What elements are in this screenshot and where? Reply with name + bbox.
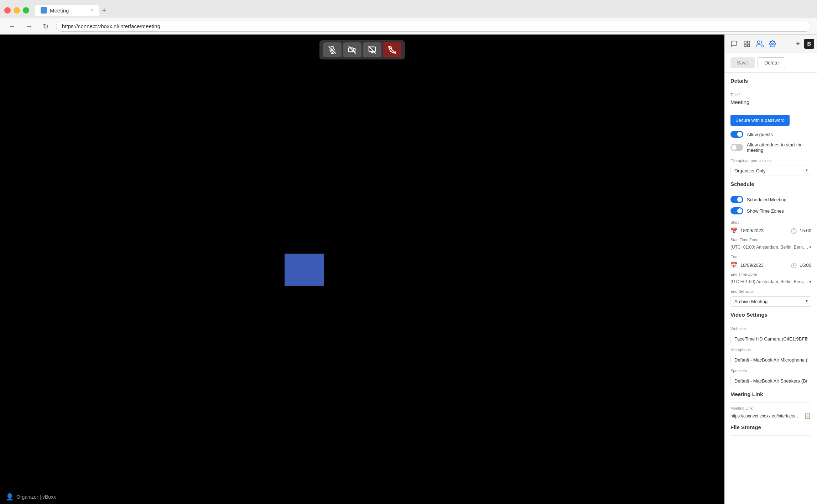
right-panel: ✦ B Save Delete Details Title * Secure w… (724, 35, 817, 504)
close-window-btn[interactable] (4, 7, 11, 14)
end-behavior-select[interactable]: Archive Meeting (730, 296, 811, 307)
secure-password-btn[interactable]: Secure with a password (730, 115, 790, 126)
end-clock-icon[interactable]: 🕐 (791, 263, 797, 268)
window-controls (4, 7, 29, 14)
allow-attendees-knob (732, 145, 737, 150)
webcam-select[interactable]: FaceTime HD Camera (C4E1:9BFB) (730, 334, 811, 344)
screen-share-btn[interactable] (363, 42, 381, 57)
details-section-title: Details (730, 73, 811, 87)
people-tab-icon[interactable] (753, 37, 766, 50)
file-upload-label: File upload permissions (730, 159, 811, 163)
scheduled-meeting-toggle[interactable] (730, 196, 743, 203)
file-storage-section-title: File Storage (730, 419, 811, 434)
panel-content: Details Title * Secure with a password A… (725, 73, 817, 504)
start-date-value[interactable]: 18/09/2023 (740, 228, 788, 233)
svg-rect-8 (744, 41, 746, 43)
allow-guests-row: Allow guests (730, 129, 811, 140)
video-settings-section-title: Video Settings (730, 307, 811, 321)
mute-video-btn[interactable] (343, 42, 361, 57)
browser-chrome: Meeting × + ← → ↻ (0, 0, 817, 35)
organizer-label: 👤 Organizer | vBoxx (6, 493, 56, 501)
panel-tabs: ✦ B (725, 35, 817, 53)
scheduled-meeting-row: Scheduled Meeting (730, 194, 811, 205)
allow-attendees-label: Allow attendees to start the meeting (747, 142, 811, 153)
show-time-zones-knob (737, 208, 742, 213)
speakers-label: Speakers (730, 369, 811, 373)
end-calendar-icon[interactable]: 📅 (730, 262, 738, 269)
speakers-select-wrapper: Default - MacBook Air Speakers (Built-in… (730, 374, 811, 386)
tab-close-btn[interactable]: × (90, 7, 93, 13)
settings-tab-icon[interactable] (766, 37, 779, 50)
participant-video (285, 254, 324, 286)
star-icon[interactable]: ✦ (791, 37, 804, 50)
tab-title: Meeting (50, 7, 69, 14)
file-upload-select-wrapper: Organizer Only (730, 164, 811, 176)
end-timezone-label: End Time Zone (730, 272, 811, 276)
address-bar[interactable] (56, 21, 811, 32)
minimize-window-btn[interactable] (14, 7, 20, 14)
title-input[interactable] (730, 98, 811, 106)
end-timezone-dropdown[interactable]: (UTC+01:00) Amsterdam, Berlin, Bern, Rom… (730, 278, 811, 286)
browser-tab[interactable]: Meeting × (35, 5, 99, 16)
end-behavior-label: End Behavior (730, 289, 811, 293)
start-clock-icon[interactable]: 🕐 (791, 228, 797, 234)
end-timezone-value: (UTC+01:00) Amsterdam, Berlin, Bern, Rom… (730, 279, 809, 284)
microphone-select-wrapper: Default - MacBook Air Microphone (Built-… (730, 353, 811, 365)
bottom-bar: 👤 Organizer | vBoxx (0, 489, 724, 504)
reload-btn[interactable]: ↻ (40, 21, 52, 32)
video-area: 👤 Organizer | vBoxx (0, 35, 724, 504)
show-time-zones-toggle[interactable] (730, 207, 743, 214)
start-time-value[interactable]: 15:00 (800, 228, 811, 233)
copy-link-icon[interactable]: 📋 (804, 412, 811, 419)
svg-point-13 (772, 43, 774, 45)
svg-line-3 (349, 46, 356, 53)
start-timezone-value: (UTC+01:00) Amsterdam, Berlin, Bern, Rom… (730, 245, 809, 250)
new-tab-btn[interactable]: + (102, 6, 106, 15)
end-date-time-row: 📅 18/09/2023 🕐 16:00 (730, 262, 811, 269)
nav-bar: ← → ↻ (0, 18, 817, 34)
show-time-zones-row: Show Time Zones (730, 205, 811, 217)
hangup-btn[interactable] (383, 42, 401, 57)
scheduled-meeting-knob (737, 197, 742, 202)
save-button[interactable]: Save (730, 57, 755, 68)
allow-attendees-row: Allow attendees to start the meeting (730, 140, 811, 155)
svg-point-12 (758, 41, 760, 43)
layout-tab-icon[interactable] (740, 37, 753, 50)
back-btn[interactable]: ← (6, 21, 19, 32)
mute-mic-btn[interactable] (323, 42, 342, 57)
forward-btn[interactable]: → (23, 21, 36, 32)
end-date-value[interactable]: 18/09/2023 (740, 263, 788, 268)
svg-rect-9 (748, 41, 750, 43)
tab-bar: Meeting × + (0, 0, 817, 18)
end-timezone-arrow: ▾ (809, 279, 811, 284)
chat-tab-icon[interactable] (728, 37, 740, 50)
schedule-section-title: Schedule (730, 176, 811, 191)
webcam-select-wrapper: FaceTime HD Camera (C4E1:9BFB) (730, 332, 811, 344)
tab-favicon (41, 7, 47, 14)
speakers-select[interactable]: Default - MacBook Air Speakers (Built-in… (730, 376, 811, 386)
end-label: End (730, 255, 811, 259)
title-field-label: Title * (730, 93, 811, 97)
start-timezone-dropdown[interactable]: (UTC+01:00) Amsterdam, Berlin, Bern, Rom… (730, 243, 811, 251)
meeting-link-label: Meeting Link (730, 406, 811, 410)
meeting-link-section-title: Meeting Link (730, 386, 811, 401)
delete-button[interactable]: Delete (758, 57, 785, 68)
allow-guests-toggle[interactable] (730, 131, 743, 138)
allow-guests-knob (737, 132, 742, 137)
start-date-time-row: 📅 18/09/2023 🕐 15:00 (730, 227, 811, 234)
svg-rect-11 (748, 44, 750, 46)
end-time-value[interactable]: 16:00 (800, 263, 811, 268)
b-icon[interactable]: B (804, 39, 814, 49)
start-timezone-arrow: ▾ (809, 245, 811, 250)
microphone-label: Microphone (730, 348, 811, 352)
toolbar-center (319, 40, 405, 59)
maximize-window-btn[interactable] (23, 7, 29, 14)
main-layout: 👤 Organizer | vBoxx ✦ B Sa (0, 35, 817, 504)
file-upload-select[interactable]: Organizer Only (730, 166, 811, 176)
microphone-select[interactable]: Default - MacBook Air Microphone (Built-… (730, 355, 811, 365)
meeting-link-value: https://connect.vboxx.eu/interface/meeti… (730, 414, 801, 419)
allow-attendees-toggle[interactable] (730, 144, 743, 151)
show-time-zones-label: Show Time Zones (747, 208, 784, 214)
start-timezone-label: Start Time Zone (730, 238, 811, 242)
start-calendar-icon[interactable]: 📅 (730, 227, 738, 234)
